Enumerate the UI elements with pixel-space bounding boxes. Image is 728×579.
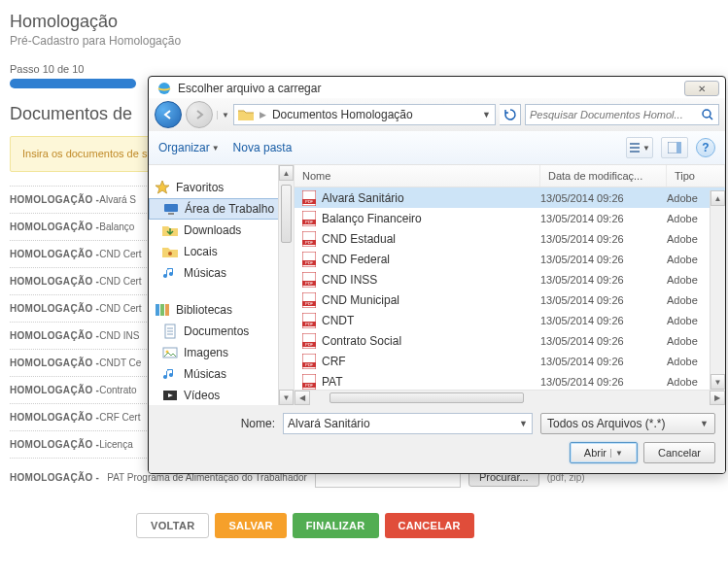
- file-date: 13/05/2014 09:26: [540, 335, 667, 347]
- file-date: 13/05/2014 09:26: [540, 192, 667, 204]
- svg-text:PDF: PDF: [305, 362, 314, 367]
- close-button[interactable]: ✕: [684, 81, 719, 96]
- doc-prefix: HOMOLOGAÇÃO -: [10, 303, 99, 314]
- svg-text:PDF: PDF: [305, 383, 314, 388]
- tree-favorites[interactable]: Favoritos: [149, 177, 294, 198]
- cancel-button[interactable]: CANCELAR: [385, 513, 474, 538]
- address-bar[interactable]: ▶ Documentos Homologação ▼: [233, 104, 496, 125]
- view-list-icon: [629, 142, 641, 153]
- file-name: Alvará Sanitário: [322, 191, 404, 205]
- new-folder-button[interactable]: Nova pasta: [233, 141, 293, 154]
- file-row[interactable]: PDFCND Municipal13/05/2014 09:26Adobe: [295, 290, 725, 310]
- doc-label: Balanço: [99, 221, 134, 232]
- doc-prefix: HOMOLOGAÇÃO -: [10, 439, 99, 450]
- nav-history-dropdown[interactable]: ▼: [217, 111, 229, 119]
- refresh-button[interactable]: [500, 104, 521, 125]
- search-box[interactable]: [525, 104, 719, 125]
- scroll-up-arrow[interactable]: ▲: [279, 165, 294, 181]
- scroll-up-arrow[interactable]: ▲: [711, 190, 725, 206]
- file-name: Balanço Financeiro: [322, 212, 422, 225]
- tree-documents[interactable]: Documentos: [149, 321, 294, 342]
- file-name: CNDT: [322, 314, 354, 327]
- chevron-down-icon[interactable]: ▼: [700, 419, 709, 428]
- file-row[interactable]: PDFCND Federal13/05/2014 09:26Adobe: [295, 249, 725, 269]
- tree-downloads[interactable]: Downloads: [149, 220, 294, 241]
- svg-rect-12: [165, 304, 169, 316]
- file-row[interactable]: PDFCRF13/05/2014 09:26Adobe: [295, 351, 725, 371]
- file-row[interactable]: PDFPAT13/05/2014 09:26Adobe: [295, 371, 725, 390]
- pictures-icon: [162, 345, 178, 360]
- scroll-down-arrow[interactable]: ▼: [711, 374, 725, 390]
- file-row[interactable]: PDFCNDT13/05/2014 09:26Adobe: [295, 310, 725, 330]
- music-icon: [162, 366, 178, 382]
- file-name: CND Estadual: [322, 232, 396, 246]
- horizontal-scrollbar[interactable]: ◀ ▶: [295, 390, 725, 405]
- vertical-scrollbar[interactable]: ▲ ▼: [710, 190, 725, 390]
- nav-back-button[interactable]: [155, 101, 182, 128]
- filename-field[interactable]: Alvará Sanitário ▼: [283, 413, 533, 434]
- file-date: 13/05/2014 09:26: [540, 254, 667, 265]
- breadcrumb-dropdown-icon[interactable]: ▼: [482, 110, 491, 119]
- view-mode-button[interactable]: ▼: [626, 137, 653, 158]
- star-icon: [155, 180, 170, 195]
- tree-scrollbar[interactable]: ▲ ▼: [278, 165, 294, 405]
- doc-label: CRF Cert: [99, 412, 140, 423]
- scroll-left-arrow[interactable]: ◀: [295, 391, 310, 405]
- tree-videos[interactable]: Vídeos: [149, 385, 294, 405]
- scroll-down-arrow[interactable]: ▼: [279, 390, 294, 405]
- file-date: 13/05/2014 09:26: [540, 213, 667, 224]
- column-name[interactable]: Nome: [295, 165, 540, 187]
- tree-places[interactable]: Locais: [149, 241, 294, 262]
- scroll-thumb[interactable]: [329, 392, 524, 403]
- file-row[interactable]: PDFCND Estadual13/05/2014 09:26Adobe: [295, 228, 725, 249]
- music-icon: [162, 265, 178, 281]
- scroll-thumb[interactable]: [281, 185, 292, 243]
- pdf-icon: PDF: [302, 354, 316, 369]
- organize-menu[interactable]: Organizar ▼: [158, 141, 220, 154]
- pdf-icon: PDF: [302, 292, 316, 308]
- dialog-cancel-button[interactable]: Cancelar: [643, 442, 715, 463]
- finalize-button[interactable]: FINALIZAR: [293, 513, 379, 538]
- svg-point-1: [703, 110, 711, 118]
- file-filter-select[interactable]: Todos os Arquivos (*.*) ▼: [540, 413, 715, 434]
- svg-text:PDF: PDF: [305, 199, 314, 204]
- column-type[interactable]: Tipo: [667, 165, 725, 187]
- scroll-right-arrow[interactable]: ▶: [710, 391, 725, 405]
- svg-rect-2: [630, 143, 640, 145]
- file-row[interactable]: PDFAlvará Sanitário13/05/2014 09:26Adobe: [295, 187, 725, 208]
- search-input[interactable]: [530, 109, 697, 120]
- file-row[interactable]: PDFBalanço Financeiro13/05/2014 09:26Ado…: [295, 208, 725, 228]
- svg-text:PDF: PDF: [305, 281, 314, 286]
- tree-music[interactable]: Músicas: [149, 363, 294, 385]
- pdf-icon: PDF: [302, 211, 316, 226]
- tree-pictures[interactable]: Imagens: [149, 342, 294, 363]
- svg-point-9: [168, 252, 172, 255]
- breadcrumb-folder[interactable]: Documentos Homologação: [272, 108, 413, 121]
- preview-pane-button[interactable]: [661, 137, 688, 158]
- file-date: 13/05/2014 09:26: [540, 233, 667, 245]
- pdf-icon: PDF: [302, 333, 316, 349]
- doc-label: CND INS: [99, 330, 139, 341]
- tree-desktop[interactable]: Área de Trabalho: [149, 198, 294, 220]
- chevron-down-icon: ▼: [212, 144, 220, 153]
- svg-text:PDF: PDF: [305, 240, 314, 245]
- open-dropdown-icon[interactable]: ▼: [610, 449, 623, 458]
- file-date: 13/05/2014 09:26: [540, 315, 667, 326]
- doc-prefix: HOMOLOGAÇÃO -: [10, 472, 99, 483]
- back-button[interactable]: VOLTAR: [136, 513, 209, 538]
- tree-music-fav[interactable]: Músicas: [149, 262, 294, 284]
- save-button[interactable]: SALVAR: [215, 513, 286, 538]
- file-row[interactable]: PDFCND INSS13/05/2014 09:26Adobe: [295, 269, 725, 290]
- chevron-down-icon: ▼: [642, 144, 650, 153]
- doc-label: Licença: [99, 439, 132, 450]
- file-date: 13/05/2014 09:26: [540, 274, 667, 286]
- chevron-down-icon[interactable]: ▼: [519, 419, 528, 428]
- filename-label: Nome:: [158, 417, 275, 430]
- tree-libraries[interactable]: Bibliotecas: [149, 299, 294, 321]
- file-row[interactable]: PDFContrato Social13/05/2014 09:26Adobe: [295, 330, 725, 351]
- column-date[interactable]: Data de modificaç...: [540, 165, 667, 187]
- svg-text:PDF: PDF: [305, 322, 314, 326]
- nav-forward-button[interactable]: [186, 101, 213, 128]
- help-button[interactable]: ?: [696, 138, 715, 157]
- open-button[interactable]: Abrir ▼: [570, 442, 638, 463]
